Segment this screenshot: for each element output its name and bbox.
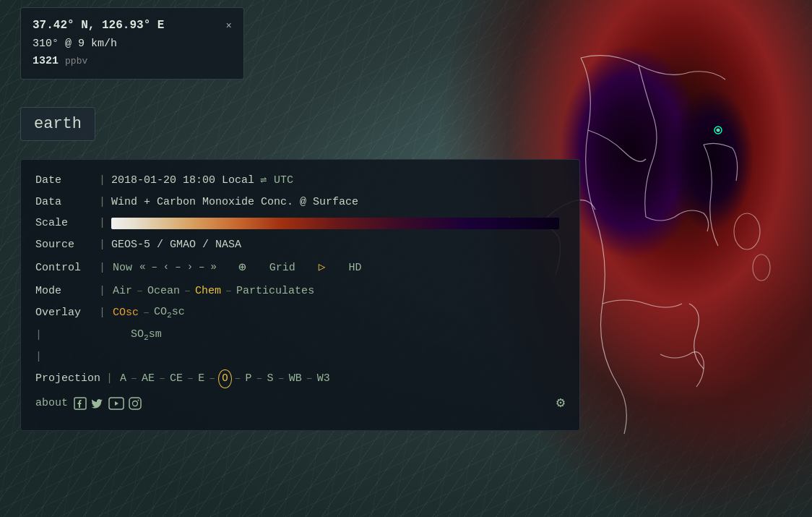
- overlay-dash1: –: [143, 304, 150, 322]
- proj-dash1: –: [131, 369, 137, 388]
- date-label: Date: [35, 171, 93, 190]
- overlay-label: Overlay: [35, 304, 93, 322]
- source-row: Source | GEOS-5 / GMAO / NASA: [35, 236, 565, 255]
- projection-wb-button[interactable]: WB: [289, 369, 302, 388]
- date-separator: |: [99, 171, 105, 190]
- mode-ocean-button[interactable]: Ocean: [147, 282, 180, 301]
- projection-ce-button[interactable]: CE: [170, 369, 183, 388]
- utc-toggle-button[interactable]: ⇌: [260, 171, 267, 190]
- facebook-icon[interactable]: [74, 397, 87, 410]
- mode-air-button[interactable]: Air: [113, 282, 132, 301]
- date-row: Date | 2018-01-20 18:00 Local ⇌ UTC: [35, 171, 565, 190]
- rewind-fast-button[interactable]: «: [139, 259, 145, 276]
- instagram-icon[interactable]: [129, 397, 142, 410]
- svg-point-7: [133, 401, 138, 406]
- location-tooltip: 37.42° N, 126.93° E × 310° @ 9 km/h 1321…: [20, 7, 244, 80]
- projection-e-button[interactable]: E: [198, 369, 204, 388]
- concentration-info: 1321 ppbv: [33, 53, 232, 70]
- twitter-icon[interactable]: [91, 397, 104, 410]
- overlay-so2sm-button[interactable]: SO2sm: [131, 325, 162, 345]
- mode-dash1: –: [137, 282, 143, 301]
- wind-info: 310° @ 9 km/h: [33, 35, 232, 53]
- overlay-row2: | SO2sm: [35, 325, 565, 345]
- play-button[interactable]: ▷: [319, 258, 326, 278]
- add-button[interactable]: ⊕: [238, 257, 246, 279]
- source-value: GEOS-5 / GMAO / NASA: [111, 236, 241, 255]
- mode-dash2: –: [184, 282, 191, 301]
- overlay-row3: |: [35, 348, 565, 367]
- overlay-cosc-button[interactable]: COsc: [113, 304, 139, 322]
- projection-row: Projection | A – AE – CE – E – O – P – S…: [35, 369, 565, 388]
- mode-row: Mode | Air – Ocean – Chem – Particulates: [35, 282, 565, 301]
- control-label: Control: [35, 259, 93, 278]
- control-row: Control | Now « – ‹ – › – » ⊕ Grid ▷ HD: [35, 257, 565, 279]
- data-row: Data | Wind + Carbon Monoxide Conc. @ Su…: [35, 193, 565, 212]
- mode-dash3: –: [225, 282, 232, 301]
- control-now-button[interactable]: Now: [113, 259, 132, 278]
- rewind-step-button[interactable]: –: [151, 259, 157, 276]
- projection-s-button[interactable]: S: [267, 369, 274, 388]
- next2-button[interactable]: –: [199, 259, 204, 276]
- mode-particulates-button[interactable]: Particulates: [236, 282, 314, 301]
- youtube-icon[interactable]: [108, 397, 124, 410]
- overlay-row: Overlay | COsc – CO2sc: [35, 303, 565, 322]
- projection-w3-button[interactable]: W3: [317, 369, 330, 388]
- proj-dash7: –: [278, 369, 285, 388]
- svg-point-0: [734, 213, 760, 249]
- prev-button[interactable]: ‹: [163, 259, 169, 276]
- control-panel: Date | 2018-01-20 18:00 Local ⇌ UTC Data…: [20, 159, 580, 431]
- panel-footer-row: about: [35, 391, 565, 416]
- next-button[interactable]: ›: [187, 259, 193, 276]
- close-tooltip-button[interactable]: ×: [226, 18, 232, 34]
- scale-row: Scale |: [35, 214, 565, 233]
- utc-label[interactable]: UTC: [274, 171, 293, 190]
- control-separator: |: [99, 259, 105, 278]
- svg-point-3: [717, 129, 720, 132]
- mode-label: Mode: [35, 282, 93, 301]
- data-label: Data: [35, 193, 93, 212]
- projection-ae-button[interactable]: AE: [142, 369, 155, 388]
- wind-value: 310° @ 9 km/h: [33, 38, 117, 50]
- coordinates-text: 37.42° N, 126.93° E: [33, 17, 164, 35]
- proj-dash6: –: [256, 369, 263, 388]
- projection-a-button[interactable]: A: [120, 369, 126, 388]
- about-link[interactable]: about: [35, 394, 68, 413]
- overlay-separator: |: [99, 304, 105, 322]
- proj-dash4: –: [209, 369, 215, 388]
- date-value: 2018-01-20 18:00 Local: [111, 171, 254, 190]
- scale-separator: |: [99, 214, 105, 233]
- svg-point-1: [753, 255, 770, 281]
- proj-dash8: –: [306, 369, 313, 388]
- concentration-value: 1321: [33, 55, 59, 67]
- projection-p-button[interactable]: P: [246, 369, 252, 388]
- earth-label: earth: [34, 115, 82, 133]
- overlay-co2sc-button[interactable]: CO2sc: [154, 303, 185, 322]
- concentration-unit: ppbv: [65, 56, 87, 67]
- forward-fast-button[interactable]: »: [210, 259, 216, 276]
- data-value: Wind + Carbon Monoxide Conc. @ Surface: [111, 193, 358, 212]
- prev2-button[interactable]: –: [175, 259, 181, 276]
- grid-button[interactable]: Grid: [269, 259, 295, 278]
- projection-label: Projection: [35, 369, 100, 388]
- data-separator: |: [99, 193, 105, 212]
- proj-dash3: –: [187, 369, 194, 388]
- earth-button[interactable]: earth: [20, 107, 95, 141]
- settings-icon[interactable]: ⚙: [556, 391, 565, 416]
- projection-separator: |: [106, 369, 113, 388]
- svg-rect-6: [129, 398, 141, 409]
- mode-separator: |: [99, 282, 105, 301]
- scale-bar: [111, 218, 559, 229]
- projection-o-button[interactable]: O: [218, 369, 231, 388]
- hd-button[interactable]: HD: [348, 259, 361, 278]
- source-label: Source: [35, 236, 93, 255]
- proj-dash2: –: [159, 369, 165, 388]
- proj-dash5: –: [235, 369, 241, 388]
- mode-chem-button[interactable]: Chem: [195, 282, 221, 301]
- scale-label: Scale: [35, 214, 93, 233]
- svg-point-8: [138, 399, 139, 401]
- source-separator: |: [99, 236, 105, 255]
